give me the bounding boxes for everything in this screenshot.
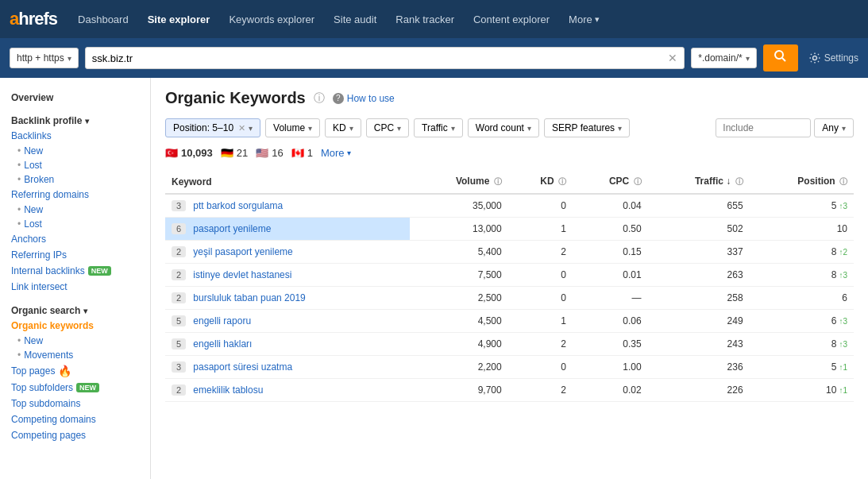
nav-more[interactable]: More (561, 10, 608, 29)
filters-row: Position: 5–10 ✕ Volume KD CPC Traffic W… (165, 118, 854, 137)
sidebar-backlink-profile[interactable]: Backlink profile (0, 111, 150, 128)
keyword-cell[interactable]: 2 istinye devlet hastanesi (165, 264, 410, 287)
nav-keywords-explorer[interactable]: Keywords explorer (221, 10, 322, 29)
sidebar-item-backlinks-broken[interactable]: Broken (0, 172, 150, 187)
flag-usa[interactable]: 🇺🇸 16 (256, 147, 283, 159)
keyword-cell[interactable]: 2 bursluluk taban puan 2019 (165, 287, 410, 310)
canada-count: 1 (307, 147, 313, 159)
traffic-cell: 502 (648, 218, 750, 241)
kd-cell: 0 (508, 264, 573, 287)
table-row: 5 engelli hakları 4,900 2 0.35 243 8↑3 (165, 333, 854, 356)
nav-dashboard[interactable]: Dashboard (70, 10, 137, 29)
url-input[interactable] (92, 52, 664, 64)
remove-position-filter[interactable]: ✕ (238, 123, 245, 133)
filter-cpc[interactable]: CPC (366, 118, 409, 137)
sidebar-item-backlinks-lost[interactable]: Lost (0, 158, 150, 172)
sidebar-item-referring-domains-lost[interactable]: Lost (0, 217, 150, 231)
volume-cell: 5,400 (410, 241, 507, 264)
sidebar-item-top-subdomains[interactable]: Top subdomains (0, 396, 150, 411)
sidebar-item-backlinks-new[interactable]: New (0, 144, 150, 158)
nav-site-explorer[interactable]: Site explorer (140, 10, 218, 29)
cpc-cell: 1.00 (573, 356, 648, 379)
sidebar-item-backlinks[interactable]: Backlinks (0, 128, 150, 144)
traffic-cell: 243 (648, 333, 750, 356)
sidebar-item-top-pages[interactable]: Top pages 🔥 (0, 362, 150, 380)
volume-cell: 13,000 (410, 218, 507, 241)
nav-content-explorer[interactable]: Content explorer (465, 10, 557, 29)
keyword-text: ptt barkod sorgulama (193, 200, 283, 211)
position-cell: 10 (750, 218, 854, 241)
position-cell: 8↑3 (750, 333, 854, 356)
num-badge: 3 (172, 200, 186, 211)
flag-canada[interactable]: 🇨🇦 1 (291, 147, 313, 159)
clear-input-button[interactable]: ✕ (668, 52, 677, 64)
col-position[interactable]: Position ⓘ (750, 170, 854, 194)
traffic-cell: 655 (648, 194, 750, 218)
sidebar-item-referring-ips[interactable]: Referring IPs (0, 247, 150, 263)
position-sort-icon: ⓘ (839, 177, 847, 186)
col-keyword[interactable]: Keyword (165, 170, 410, 194)
kd-cell: 2 (508, 379, 573, 402)
position-cell: 5↑3 (750, 194, 854, 218)
filter-position[interactable]: Position: 5–10 ✕ (165, 118, 260, 137)
traffic-cell: 226 (648, 379, 750, 402)
keyword-cell[interactable]: 5 engelli raporu (165, 310, 410, 333)
turkey-flag: 🇹🇷 (165, 147, 178, 159)
sidebar-overview-link[interactable]: Overview (0, 87, 150, 105)
info-icon[interactable]: ⓘ (314, 91, 325, 106)
sidebar-item-referring-domains-new[interactable]: New (0, 203, 150, 217)
cpc-cell: 0.06 (573, 310, 648, 333)
table-row: 3 ptt barkod sorgulama 35,000 0 0.04 655… (165, 194, 854, 218)
sidebar-item-organic-movements[interactable]: Movements (0, 348, 150, 362)
table-row: 6 pasaport yenileme 13,000 1 0.50 502 10 (165, 218, 854, 241)
how-to-use-link[interactable]: How to use (333, 93, 395, 104)
sidebar-item-anchors[interactable]: Anchors (0, 231, 150, 247)
settings-button[interactable]: Settings (809, 52, 858, 64)
include-input[interactable] (716, 118, 811, 137)
keyword-cell[interactable]: 2 emeklilik tablosu (165, 379, 410, 402)
sidebar-item-organic-keywords[interactable]: Organic keywords (0, 318, 150, 334)
col-cpc[interactable]: CPC ⓘ (573, 170, 648, 194)
position-up-icon: ↑3 (839, 340, 847, 349)
flag-turkey[interactable]: 🇹🇷 10,093 (165, 147, 213, 159)
sidebar-item-internal-backlinks[interactable]: Internal backlinks NEW (0, 263, 150, 279)
protocol-select[interactable]: http + https (10, 48, 79, 68)
col-volume[interactable]: Volume ⓘ (410, 170, 507, 194)
keyword-cell[interactable]: 2 yeşil pasaport yenileme (165, 241, 410, 264)
flags-more-button[interactable]: More (321, 147, 351, 159)
keyword-cell[interactable]: 3 ptt barkod sorgulama (165, 194, 410, 218)
filter-volume[interactable]: Volume (265, 118, 320, 137)
sidebar-item-competing-domains[interactable]: Competing domains (0, 411, 150, 427)
volume-sort-icon: ⓘ (494, 177, 502, 186)
sidebar-item-competing-pages[interactable]: Competing pages (0, 427, 150, 443)
nav-site-audit[interactable]: Site audit (326, 10, 384, 29)
keyword-cell[interactable]: 3 pasaport süresi uzatma (165, 356, 410, 379)
keyword-cell[interactable]: 6 pasaport yenileme (165, 218, 410, 241)
domain-mode-select[interactable]: *.domain/* (691, 48, 756, 68)
filter-serp-features[interactable]: SERP features (544, 118, 630, 137)
position-up-icon: ↑3 (839, 271, 847, 280)
usa-flag: 🇺🇸 (256, 147, 268, 159)
sidebar-organic-search[interactable]: Organic search (0, 301, 150, 318)
logo[interactable]: ahrefs (10, 9, 57, 29)
traffic-cell: 337 (648, 241, 750, 264)
col-traffic[interactable]: Traffic ↓ ⓘ (648, 170, 750, 194)
num-badge: 2 (172, 269, 186, 280)
sidebar-item-link-intersect[interactable]: Link intersect (0, 279, 150, 295)
top-subfolders-new-badge: NEW (76, 383, 99, 392)
nav-rank-tracker[interactable]: Rank tracker (388, 10, 462, 29)
any-dropdown[interactable]: Any (814, 118, 854, 137)
svg-line-1 (782, 58, 785, 61)
keyword-cell[interactable]: 5 engelli hakları (165, 333, 410, 356)
sidebar-item-referring-domains[interactable]: Referring domains (0, 187, 150, 203)
cpc-cell: 0.04 (573, 194, 648, 218)
traffic-cell: 236 (648, 356, 750, 379)
search-button[interactable] (763, 44, 798, 71)
col-kd[interactable]: KD ⓘ (508, 170, 573, 194)
filter-traffic[interactable]: Traffic (414, 118, 463, 137)
sidebar-item-organic-new[interactable]: New (0, 334, 150, 348)
filter-kd[interactable]: KD (325, 118, 361, 137)
flag-germany[interactable]: 🇩🇪 21 (221, 147, 248, 159)
sidebar-item-top-subfolders[interactable]: Top subfolders NEW (0, 380, 150, 396)
filter-word-count[interactable]: Word count (468, 118, 539, 137)
